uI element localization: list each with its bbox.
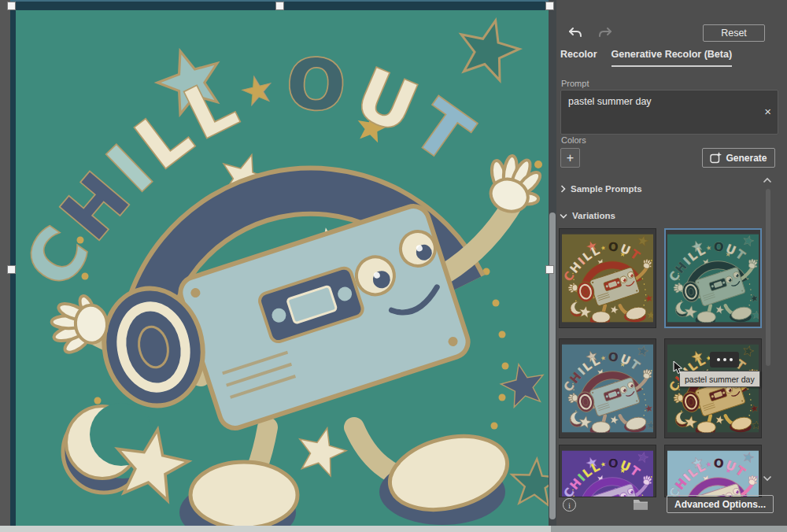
- add-color-button[interactable]: +: [560, 148, 580, 168]
- selection-handle-top-right[interactable]: [545, 2, 554, 10]
- variation-thumb-5[interactable]: [559, 445, 656, 497]
- tooltip: pastel summer day: [679, 371, 760, 387]
- prompt-label: Prompt: [561, 79, 589, 88]
- chevron-right-icon: [560, 185, 566, 193]
- info-icon[interactable]: i: [563, 498, 576, 512]
- selection-handle-mid-left[interactable]: [7, 265, 16, 274]
- variation-thumb-6[interactable]: [664, 445, 762, 497]
- generate-label: Generate: [726, 153, 767, 164]
- document-scrollbar-thumb[interactable]: [549, 212, 556, 519]
- prompt-input[interactable]: pastel summer day ×: [560, 90, 778, 135]
- ellipsis-icon: [717, 358, 720, 361]
- recolor-tabs: Recolor Generative Recolor (Beta): [560, 49, 732, 67]
- generate-icon: [710, 152, 722, 164]
- advanced-options-button[interactable]: Advanced Options...: [667, 495, 774, 513]
- folder-icon[interactable]: [633, 498, 648, 510]
- redo-icon: [598, 27, 612, 39]
- more-options-button[interactable]: [710, 352, 739, 368]
- window-bottom-edge: [551, 526, 787, 532]
- panel-scrollbar-thumb[interactable]: [766, 189, 770, 366]
- undo-icon: [568, 27, 582, 39]
- sample-prompts-label: Sample Prompts: [571, 184, 642, 194]
- artboard: [10, 0, 551, 526]
- selection-handle-top-left[interactable]: [7, 2, 16, 10]
- sample-prompts-section[interactable]: Sample Prompts: [560, 184, 642, 194]
- undo-button[interactable]: [565, 24, 586, 42]
- clear-prompt-icon[interactable]: ×: [764, 105, 771, 117]
- variation-thumb-3[interactable]: [559, 338, 656, 438]
- redo-button[interactable]: [595, 24, 615, 42]
- artwork-canvas[interactable]: [16, 10, 549, 526]
- generate-button[interactable]: Generate: [702, 148, 775, 168]
- reset-button[interactable]: Reset: [703, 24, 765, 42]
- tab-generative-recolor[interactable]: Generative Recolor (Beta): [611, 49, 733, 67]
- selection-handle-mid-right[interactable]: [545, 265, 554, 274]
- colors-label: Colors: [561, 135, 586, 145]
- variation-thumb-2[interactable]: [664, 228, 762, 328]
- prompt-value: pastel summer day: [568, 96, 652, 107]
- variations-label: Variations: [572, 211, 615, 220]
- variations-section[interactable]: Variations: [560, 211, 615, 220]
- tab-recolor[interactable]: Recolor: [560, 49, 597, 67]
- cursor-icon: [673, 360, 684, 375]
- scroll-down-icon[interactable]: [763, 475, 772, 482]
- selection-handle-top-center[interactable]: [275, 2, 284, 10]
- variation-thumb-1[interactable]: [559, 228, 656, 328]
- illustrator-window: CHILL★OUT Reset Recolor Generat: [0, 0, 787, 532]
- document-horizontal-scrollbar[interactable]: [0, 526, 551, 532]
- document-vertical-scrollbar[interactable]: [549, 0, 556, 526]
- generative-recolor-panel: Reset Recolor Generative Recolor (Beta) …: [556, 0, 787, 526]
- scroll-up-icon[interactable]: [763, 177, 772, 183]
- chevron-down-icon: [560, 213, 567, 219]
